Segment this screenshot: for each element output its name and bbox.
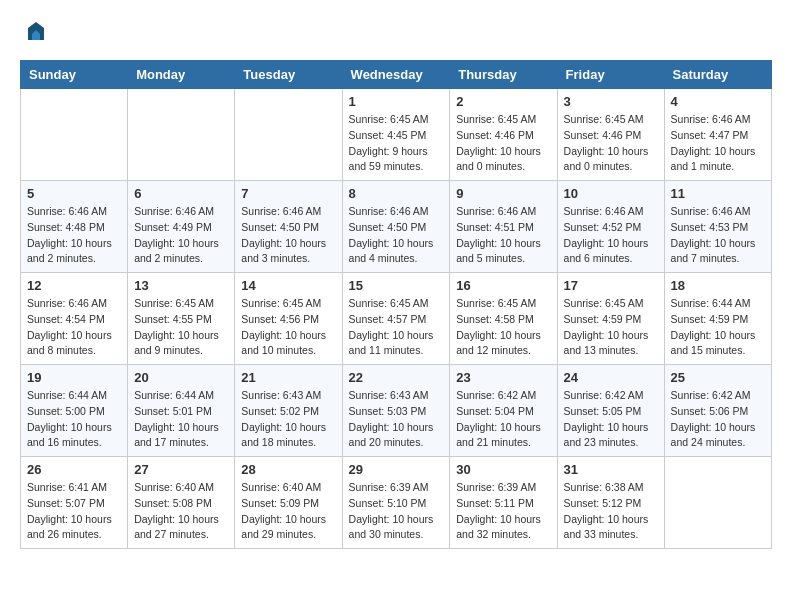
weekday-header: Monday <box>128 61 235 89</box>
calendar-week-row: 5Sunrise: 6:46 AM Sunset: 4:48 PM Daylig… <box>21 181 772 273</box>
calendar-cell: 11Sunrise: 6:46 AM Sunset: 4:53 PM Dayli… <box>664 181 771 273</box>
calendar-cell <box>21 89 128 181</box>
day-number: 9 <box>456 186 550 201</box>
day-number: 20 <box>134 370 228 385</box>
day-info: Sunrise: 6:46 AM Sunset: 4:48 PM Dayligh… <box>27 204 121 267</box>
day-number: 12 <box>27 278 121 293</box>
day-number: 8 <box>349 186 444 201</box>
day-info: Sunrise: 6:46 AM Sunset: 4:47 PM Dayligh… <box>671 112 765 175</box>
calendar-cell: 10Sunrise: 6:46 AM Sunset: 4:52 PM Dayli… <box>557 181 664 273</box>
day-info: Sunrise: 6:45 AM Sunset: 4:57 PM Dayligh… <box>349 296 444 359</box>
calendar-table: SundayMondayTuesdayWednesdayThursdayFrid… <box>20 60 772 549</box>
weekday-header: Sunday <box>21 61 128 89</box>
calendar-cell <box>128 89 235 181</box>
day-info: Sunrise: 6:46 AM Sunset: 4:50 PM Dayligh… <box>349 204 444 267</box>
weekday-header: Wednesday <box>342 61 450 89</box>
weekday-header: Friday <box>557 61 664 89</box>
logo-icon <box>24 20 48 44</box>
day-info: Sunrise: 6:39 AM Sunset: 5:10 PM Dayligh… <box>349 480 444 543</box>
day-info: Sunrise: 6:45 AM Sunset: 4:58 PM Dayligh… <box>456 296 550 359</box>
day-number: 18 <box>671 278 765 293</box>
calendar-cell: 25Sunrise: 6:42 AM Sunset: 5:06 PM Dayli… <box>664 365 771 457</box>
day-info: Sunrise: 6:46 AM Sunset: 4:50 PM Dayligh… <box>241 204 335 267</box>
calendar-week-row: 12Sunrise: 6:46 AM Sunset: 4:54 PM Dayli… <box>21 273 772 365</box>
weekday-header: Saturday <box>664 61 771 89</box>
day-number: 11 <box>671 186 765 201</box>
day-info: Sunrise: 6:46 AM Sunset: 4:51 PM Dayligh… <box>456 204 550 267</box>
day-number: 10 <box>564 186 658 201</box>
calendar-cell: 15Sunrise: 6:45 AM Sunset: 4:57 PM Dayli… <box>342 273 450 365</box>
calendar-cell: 22Sunrise: 6:43 AM Sunset: 5:03 PM Dayli… <box>342 365 450 457</box>
weekday-header: Thursday <box>450 61 557 89</box>
day-number: 21 <box>241 370 335 385</box>
calendar-cell: 6Sunrise: 6:46 AM Sunset: 4:49 PM Daylig… <box>128 181 235 273</box>
day-number: 31 <box>564 462 658 477</box>
day-number: 1 <box>349 94 444 109</box>
day-info: Sunrise: 6:44 AM Sunset: 5:01 PM Dayligh… <box>134 388 228 451</box>
day-number: 26 <box>27 462 121 477</box>
day-info: Sunrise: 6:38 AM Sunset: 5:12 PM Dayligh… <box>564 480 658 543</box>
day-number: 15 <box>349 278 444 293</box>
day-number: 30 <box>456 462 550 477</box>
day-info: Sunrise: 6:44 AM Sunset: 4:59 PM Dayligh… <box>671 296 765 359</box>
calendar-week-row: 19Sunrise: 6:44 AM Sunset: 5:00 PM Dayli… <box>21 365 772 457</box>
day-number: 23 <box>456 370 550 385</box>
calendar-cell: 28Sunrise: 6:40 AM Sunset: 5:09 PM Dayli… <box>235 457 342 549</box>
calendar-cell: 13Sunrise: 6:45 AM Sunset: 4:55 PM Dayli… <box>128 273 235 365</box>
calendar-cell: 24Sunrise: 6:42 AM Sunset: 5:05 PM Dayli… <box>557 365 664 457</box>
day-info: Sunrise: 6:42 AM Sunset: 5:06 PM Dayligh… <box>671 388 765 451</box>
calendar-cell: 31Sunrise: 6:38 AM Sunset: 5:12 PM Dayli… <box>557 457 664 549</box>
calendar-cell: 8Sunrise: 6:46 AM Sunset: 4:50 PM Daylig… <box>342 181 450 273</box>
calendar-cell: 4Sunrise: 6:46 AM Sunset: 4:47 PM Daylig… <box>664 89 771 181</box>
day-number: 2 <box>456 94 550 109</box>
logo <box>20 20 48 44</box>
calendar-cell: 3Sunrise: 6:45 AM Sunset: 4:46 PM Daylig… <box>557 89 664 181</box>
calendar-cell: 14Sunrise: 6:45 AM Sunset: 4:56 PM Dayli… <box>235 273 342 365</box>
calendar-header-row: SundayMondayTuesdayWednesdayThursdayFrid… <box>21 61 772 89</box>
day-number: 5 <box>27 186 121 201</box>
day-number: 25 <box>671 370 765 385</box>
day-info: Sunrise: 6:40 AM Sunset: 5:09 PM Dayligh… <box>241 480 335 543</box>
day-number: 17 <box>564 278 658 293</box>
page-header <box>20 20 772 44</box>
day-info: Sunrise: 6:39 AM Sunset: 5:11 PM Dayligh… <box>456 480 550 543</box>
day-info: Sunrise: 6:40 AM Sunset: 5:08 PM Dayligh… <box>134 480 228 543</box>
calendar-cell: 29Sunrise: 6:39 AM Sunset: 5:10 PM Dayli… <box>342 457 450 549</box>
day-number: 19 <box>27 370 121 385</box>
calendar-cell: 20Sunrise: 6:44 AM Sunset: 5:01 PM Dayli… <box>128 365 235 457</box>
calendar-cell: 18Sunrise: 6:44 AM Sunset: 4:59 PM Dayli… <box>664 273 771 365</box>
day-number: 14 <box>241 278 335 293</box>
calendar-cell: 27Sunrise: 6:40 AM Sunset: 5:08 PM Dayli… <box>128 457 235 549</box>
day-info: Sunrise: 6:42 AM Sunset: 5:04 PM Dayligh… <box>456 388 550 451</box>
day-info: Sunrise: 6:46 AM Sunset: 4:53 PM Dayligh… <box>671 204 765 267</box>
day-number: 4 <box>671 94 765 109</box>
calendar-cell: 17Sunrise: 6:45 AM Sunset: 4:59 PM Dayli… <box>557 273 664 365</box>
day-number: 16 <box>456 278 550 293</box>
day-number: 24 <box>564 370 658 385</box>
day-info: Sunrise: 6:45 AM Sunset: 4:59 PM Dayligh… <box>564 296 658 359</box>
day-number: 29 <box>349 462 444 477</box>
day-info: Sunrise: 6:42 AM Sunset: 5:05 PM Dayligh… <box>564 388 658 451</box>
day-info: Sunrise: 6:41 AM Sunset: 5:07 PM Dayligh… <box>27 480 121 543</box>
day-number: 13 <box>134 278 228 293</box>
day-info: Sunrise: 6:45 AM Sunset: 4:46 PM Dayligh… <box>564 112 658 175</box>
day-number: 22 <box>349 370 444 385</box>
day-number: 27 <box>134 462 228 477</box>
day-info: Sunrise: 6:43 AM Sunset: 5:02 PM Dayligh… <box>241 388 335 451</box>
calendar-cell: 12Sunrise: 6:46 AM Sunset: 4:54 PM Dayli… <box>21 273 128 365</box>
day-number: 28 <box>241 462 335 477</box>
day-number: 7 <box>241 186 335 201</box>
day-number: 6 <box>134 186 228 201</box>
calendar-cell: 16Sunrise: 6:45 AM Sunset: 4:58 PM Dayli… <box>450 273 557 365</box>
calendar-week-row: 1Sunrise: 6:45 AM Sunset: 4:45 PM Daylig… <box>21 89 772 181</box>
day-info: Sunrise: 6:45 AM Sunset: 4:46 PM Dayligh… <box>456 112 550 175</box>
calendar-cell <box>235 89 342 181</box>
day-info: Sunrise: 6:46 AM Sunset: 4:49 PM Dayligh… <box>134 204 228 267</box>
day-info: Sunrise: 6:46 AM Sunset: 4:52 PM Dayligh… <box>564 204 658 267</box>
calendar-cell: 26Sunrise: 6:41 AM Sunset: 5:07 PM Dayli… <box>21 457 128 549</box>
day-info: Sunrise: 6:43 AM Sunset: 5:03 PM Dayligh… <box>349 388 444 451</box>
calendar-cell: 2Sunrise: 6:45 AM Sunset: 4:46 PM Daylig… <box>450 89 557 181</box>
day-info: Sunrise: 6:45 AM Sunset: 4:56 PM Dayligh… <box>241 296 335 359</box>
day-info: Sunrise: 6:45 AM Sunset: 4:45 PM Dayligh… <box>349 112 444 175</box>
calendar-cell: 23Sunrise: 6:42 AM Sunset: 5:04 PM Dayli… <box>450 365 557 457</box>
